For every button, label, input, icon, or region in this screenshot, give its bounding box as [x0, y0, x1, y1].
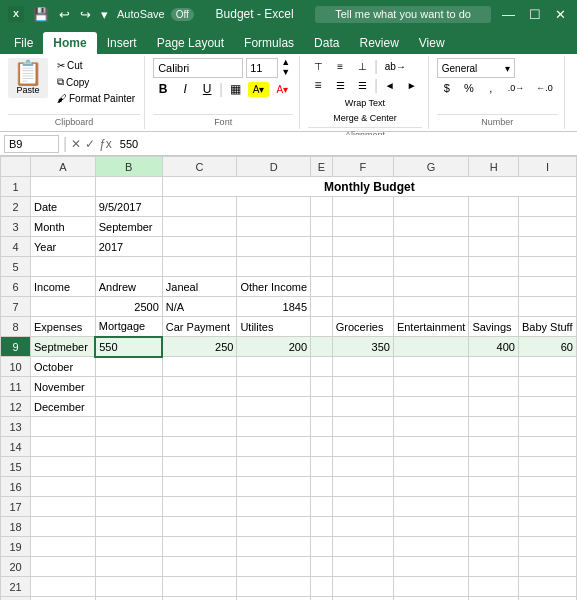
cell-D12[interactable] — [237, 397, 311, 417]
paste-button[interactable]: 📋 Paste — [8, 58, 48, 98]
cell-G7[interactable] — [393, 297, 468, 317]
cell-H8[interactable]: Savings — [469, 317, 519, 337]
comma-btn[interactable]: , — [481, 80, 501, 96]
cell-E3[interactable] — [311, 217, 333, 237]
maximize-btn[interactable]: ☐ — [526, 6, 544, 23]
cell-D11[interactable] — [237, 377, 311, 397]
tab-home[interactable]: Home — [43, 32, 96, 54]
align-left-btn[interactable]: ≡ — [308, 76, 328, 94]
cell-B8[interactable]: Mortgage — [95, 317, 162, 337]
cell-B7[interactable]: 2500 — [95, 297, 162, 317]
cell-H11[interactable] — [469, 377, 519, 397]
highlight-color-button[interactable]: A▾ — [248, 82, 270, 97]
cell-E6[interactable] — [311, 277, 333, 297]
cell-G6[interactable] — [393, 277, 468, 297]
tab-file[interactable]: File — [4, 32, 43, 54]
cell-G2[interactable] — [393, 197, 468, 217]
name-box[interactable]: B9 — [4, 135, 59, 153]
cell-G11[interactable] — [393, 377, 468, 397]
cell-C7[interactable]: N/A — [162, 297, 237, 317]
cell-G8[interactable]: Entertainment — [393, 317, 468, 337]
cell-B12[interactable] — [95, 397, 162, 417]
cell-C12[interactable] — [162, 397, 237, 417]
tab-page-layout[interactable]: Page Layout — [147, 32, 234, 54]
cell-C9[interactable]: 250 — [162, 337, 237, 357]
font-color-button[interactable]: A▾ — [271, 82, 293, 97]
copy-button[interactable]: ⧉ Copy — [52, 74, 140, 90]
tab-formulas[interactable]: Formulas — [234, 32, 304, 54]
insert-function-icon[interactable]: ƒx — [99, 137, 112, 151]
cell-C1-title[interactable]: Monthly Budget — [162, 177, 576, 197]
cell-I7[interactable] — [518, 297, 576, 317]
cell-E9[interactable] — [311, 337, 333, 357]
dollar-sign-btn[interactable]: $ — [437, 80, 457, 96]
cell-I12[interactable] — [518, 397, 576, 417]
cell-E10[interactable] — [311, 357, 333, 377]
cell-I6[interactable] — [518, 277, 576, 297]
cell-A11[interactable]: November — [31, 377, 96, 397]
cell-E7[interactable] — [311, 297, 333, 317]
cell-B6[interactable]: Andrew — [95, 277, 162, 297]
cell-F6[interactable] — [332, 277, 393, 297]
cell-I5[interactable] — [518, 257, 576, 277]
cell-A3[interactable]: Month — [31, 217, 96, 237]
cell-B10[interactable] — [95, 357, 162, 377]
cell-G12[interactable] — [393, 397, 468, 417]
cell-D6[interactable]: Other Income — [237, 277, 311, 297]
cell-A2[interactable]: Date — [31, 197, 96, 217]
merge-center-button[interactable]: Merge & Center — [308, 111, 422, 125]
increase-indent-btn[interactable]: ► — [402, 78, 422, 93]
cell-A7[interactable] — [31, 297, 96, 317]
cell-E2[interactable] — [311, 197, 333, 217]
tab-data[interactable]: Data — [304, 32, 349, 54]
cell-E4[interactable] — [311, 237, 333, 257]
cell-A1[interactable] — [31, 177, 96, 197]
tab-insert[interactable]: Insert — [97, 32, 147, 54]
cell-B5[interactable] — [95, 257, 162, 277]
increase-decimal-btn[interactable]: .0→ — [503, 81, 530, 95]
cell-H9[interactable]: 400 — [469, 337, 519, 357]
cell-I8[interactable]: Baby Stuff — [518, 317, 576, 337]
cell-C6[interactable]: Janeal — [162, 277, 237, 297]
cell-I2[interactable] — [518, 197, 576, 217]
undo-quick-btn[interactable]: ↩ — [56, 6, 73, 23]
cell-H6[interactable] — [469, 277, 519, 297]
align-right-btn[interactable]: ☰ — [352, 78, 372, 93]
col-header-I[interactable]: I — [518, 157, 576, 177]
cell-D7[interactable]: 1845 — [237, 297, 311, 317]
wrap-text-button[interactable]: Wrap Text — [308, 96, 422, 110]
align-center-btn[interactable]: ☰ — [330, 78, 350, 93]
col-header-B[interactable]: B — [95, 157, 162, 177]
cell-F12[interactable] — [332, 397, 393, 417]
col-header-D[interactable]: D — [237, 157, 311, 177]
decrease-decimal-btn[interactable]: ←.0 — [531, 81, 558, 95]
cell-C10[interactable] — [162, 357, 237, 377]
cell-F3[interactable] — [332, 217, 393, 237]
cell-H4[interactable] — [469, 237, 519, 257]
col-header-G[interactable]: G — [393, 157, 468, 177]
cell-A9[interactable]: Septmeber — [31, 337, 96, 357]
cell-E11[interactable] — [311, 377, 333, 397]
align-top-btn[interactable]: ⊤ — [308, 59, 328, 74]
align-bottom-btn[interactable]: ⊥ — [352, 59, 372, 74]
cut-button[interactable]: ✂ Cut — [52, 58, 140, 73]
cell-D3[interactable] — [237, 217, 311, 237]
more-quick-btn[interactable]: ▾ — [98, 6, 111, 23]
font-size-input[interactable] — [246, 58, 278, 78]
cell-F8[interactable]: Groceries — [332, 317, 393, 337]
cell-I11[interactable] — [518, 377, 576, 397]
cell-C8[interactable]: Car Payment — [162, 317, 237, 337]
cancel-formula-icon[interactable]: ✕ — [71, 137, 81, 151]
cell-E8[interactable] — [311, 317, 333, 337]
cell-B3[interactable]: September — [95, 217, 162, 237]
grid-wrapper[interactable]: A B C D E F G H I 1 Monthly Budget — [0, 156, 577, 600]
cell-C2[interactable] — [162, 197, 237, 217]
cell-F9[interactable]: 350 — [332, 337, 393, 357]
cell-B9[interactable]: 550 — [95, 337, 162, 357]
font-name-input[interactable] — [153, 58, 243, 78]
italic-button[interactable]: I — [175, 80, 195, 98]
col-header-C[interactable]: C — [162, 157, 237, 177]
cell-C3[interactable] — [162, 217, 237, 237]
col-header-F[interactable]: F — [332, 157, 393, 177]
cell-H2[interactable] — [469, 197, 519, 217]
